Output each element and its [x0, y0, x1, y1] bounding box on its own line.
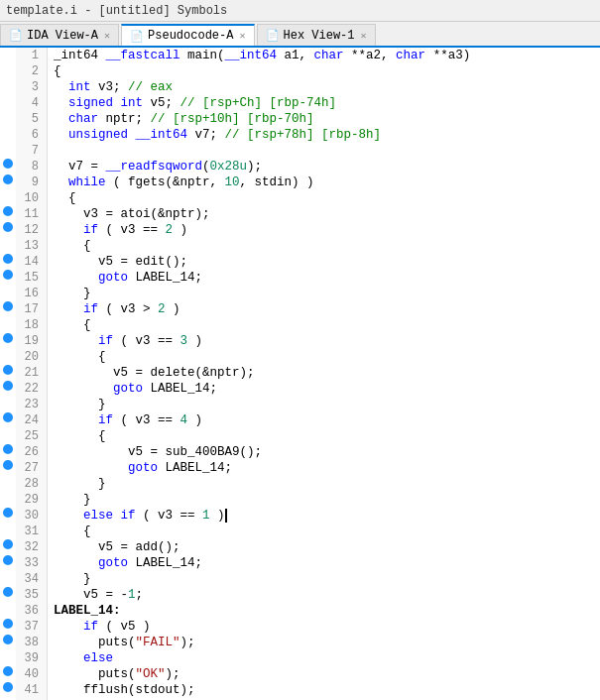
- code-content-31: {: [48, 524, 600, 539]
- line-number-15: 15: [16, 270, 48, 286]
- code-line-37: 37 if ( v5 ): [0, 619, 600, 635]
- code-content-23: }: [48, 397, 600, 412]
- breakpoint-dot-32: [3, 539, 13, 549]
- breakpoint-dot-37: [3, 619, 13, 629]
- breakpoint-col-27[interactable]: [0, 460, 16, 470]
- breakpoint-col-19[interactable]: [0, 333, 16, 343]
- code-content-41: fflush(stdout);: [48, 682, 600, 698]
- line-number-14: 14: [16, 254, 48, 270]
- breakpoint-col-22[interactable]: [0, 381, 16, 391]
- tab-pseudocode-a[interactable]: 📄Pseudocode-A✕: [121, 24, 254, 46]
- code-line-9: 9 while ( fgets(&nptr, 10, stdin) ): [0, 175, 600, 190]
- code-content-4: signed int v5; // [rsp+Ch] [rbp-74h]: [48, 95, 600, 111]
- code-line-14: 14 v5 = edit();: [0, 254, 600, 270]
- code-content-19: if ( v3 == 3 ): [48, 333, 600, 349]
- breakpoint-dot-8: [3, 159, 13, 169]
- tab-label-hex-view-1: Hex View-1: [284, 29, 355, 43]
- code-line-33: 33 goto LABEL_14;: [0, 555, 600, 571]
- code-line-8: 8 v7 = __readfsqword(0x28u);: [0, 159, 600, 175]
- line-number-26: 26: [16, 444, 48, 460]
- code-content-35: v5 = -1;: [48, 587, 600, 603]
- breakpoint-col-30[interactable]: [0, 508, 16, 518]
- breakpoint-dot-35: [3, 587, 13, 597]
- title-text: template.i - [untitled] Symbols: [6, 4, 227, 18]
- tab-label-pseudocode-a: Pseudocode-A: [148, 29, 233, 43]
- code-content-6: unsigned __int64 v7; // [rsp+78h] [rbp-8…: [48, 127, 600, 143]
- breakpoint-dot-11: [3, 206, 13, 216]
- code-content-2: {: [48, 63, 600, 79]
- line-number-3: 3: [16, 79, 48, 95]
- breakpoint-col-14[interactable]: [0, 254, 16, 264]
- code-line-5: 5 char nptr; // [rsp+10h] [rbp-70h]: [0, 111, 600, 127]
- tab-ida-view-a[interactable]: 📄IDA View-A✕: [0, 24, 119, 46]
- breakpoint-col-8[interactable]: [0, 159, 16, 169]
- breakpoint-col-35[interactable]: [0, 587, 16, 597]
- code-content-39: else: [48, 650, 600, 666]
- breakpoint-col-17[interactable]: [0, 301, 16, 311]
- code-line-34: 34 }: [0, 571, 600, 587]
- breakpoint-col-33[interactable]: [0, 555, 16, 565]
- breakpoint-col-24[interactable]: [0, 412, 16, 422]
- line-number-29: 29: [16, 492, 48, 508]
- code-content-36: LABEL_14:: [48, 603, 600, 619]
- code-content-14: v5 = edit();: [48, 254, 600, 270]
- code-content-22: goto LABEL_14;: [48, 381, 600, 397]
- tab-hex-view-1[interactable]: 📄Hex View-1✕: [257, 24, 376, 46]
- code-line-23: 23 }: [0, 397, 600, 412]
- breakpoint-col-26[interactable]: [0, 444, 16, 454]
- tab-icon-ida-view-a: 📄: [9, 29, 23, 42]
- code-content-38: puts("FAIL");: [48, 635, 600, 650]
- line-number-2: 2: [16, 63, 48, 79]
- line-number-38: 38: [16, 635, 48, 650]
- tab-close-hex-view-1[interactable]: ✕: [361, 30, 367, 42]
- breakpoint-dot-33: [3, 555, 13, 565]
- breakpoint-col-38[interactable]: [0, 635, 16, 644]
- line-number-22: 22: [16, 381, 48, 397]
- breakpoint-col-37[interactable]: [0, 619, 16, 629]
- tab-close-ida-view-a[interactable]: ✕: [104, 30, 110, 42]
- breakpoint-col-21[interactable]: [0, 365, 16, 375]
- code-line-18: 18 {: [0, 317, 600, 333]
- tab-bar: 📄IDA View-A✕📄Pseudocode-A✕📄Hex View-1✕: [0, 22, 600, 48]
- code-content-3: int v3; // eax: [48, 79, 600, 95]
- code-line-12: 12 if ( v3 == 2 ): [0, 222, 600, 238]
- breakpoint-col-11[interactable]: [0, 206, 16, 216]
- code-line-20: 20 {: [0, 349, 600, 365]
- line-number-32: 32: [16, 539, 48, 555]
- code-line-15: 15 goto LABEL_14;: [0, 270, 600, 286]
- code-content-29: }: [48, 492, 600, 508]
- code-line-36: 36LABEL_14:: [0, 603, 600, 619]
- breakpoint-dot-40: [3, 666, 13, 676]
- breakpoint-col-12[interactable]: [0, 222, 16, 232]
- code-line-27: 27 goto LABEL_14;: [0, 460, 600, 476]
- code-content-37: if ( v5 ): [48, 619, 600, 635]
- tab-icon-hex-view-1: 📄: [266, 29, 280, 42]
- code-content-20: {: [48, 349, 600, 365]
- code-line-7: 7: [0, 143, 600, 159]
- code-line-11: 11 v3 = atoi(&nptr);: [0, 206, 600, 222]
- code-content-25: {: [48, 428, 600, 444]
- breakpoint-dot-22: [3, 381, 13, 391]
- code-content-34: }: [48, 571, 600, 587]
- code-content-12: if ( v3 == 2 ): [48, 222, 600, 238]
- line-number-31: 31: [16, 524, 48, 539]
- code-content-13: {: [48, 238, 600, 254]
- line-number-24: 24: [16, 412, 48, 428]
- line-number-12: 12: [16, 222, 48, 238]
- line-number-30: 30: [16, 508, 48, 524]
- breakpoint-col-15[interactable]: [0, 270, 16, 280]
- title-bar: template.i - [untitled] Symbols: [0, 0, 600, 22]
- code-line-2: 2{: [0, 63, 600, 79]
- code-line-19: 19 if ( v3 == 3 ): [0, 333, 600, 349]
- breakpoint-col-40[interactable]: [0, 666, 16, 676]
- breakpoint-col-41[interactable]: [0, 682, 16, 692]
- breakpoint-col-9[interactable]: [0, 175, 16, 184]
- code-content-26: v5 = sub_400BA9();: [48, 444, 600, 460]
- breakpoint-col-32[interactable]: [0, 539, 16, 549]
- code-content-30: else if ( v3 == 1 ): [48, 508, 600, 524]
- tab-label-ida-view-a: IDA View-A: [27, 29, 98, 43]
- line-number-34: 34: [16, 571, 48, 587]
- code-area[interactable]: 1_int64 __fastcall main(__int64 a1, char…: [0, 48, 600, 700]
- line-number-19: 19: [16, 333, 48, 349]
- tab-close-pseudocode-a[interactable]: ✕: [239, 30, 245, 42]
